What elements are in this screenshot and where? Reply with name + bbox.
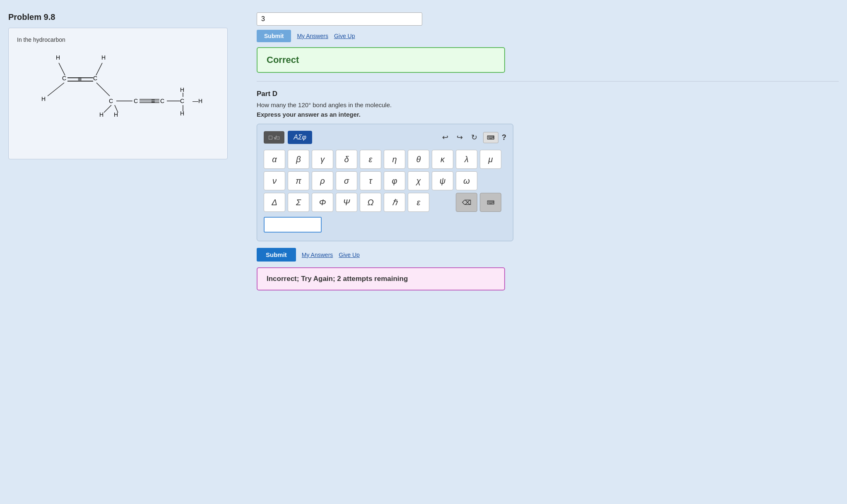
math-toolbar: □ √□ ΑΣφ ↩ ↪ ↻ ⌨ — [264, 131, 506, 144]
part-d-controls: Submit My Answers Give Up — [257, 248, 839, 262]
svg-text:H: H — [101, 54, 106, 61]
key-nu[interactable]: ν — [264, 171, 285, 190]
help-button[interactable]: ? — [502, 133, 506, 142]
svg-text:H: H — [41, 96, 46, 102]
key-epsilon[interactable]: ε — [360, 150, 381, 169]
incorrect-text: Incorrect; Try Again; 2 attempts remaini… — [267, 275, 408, 283]
svg-text:C: C — [109, 98, 113, 104]
greek-mode-button[interactable]: ΑΣφ — [288, 131, 312, 144]
key-hbar[interactable]: ℏ — [384, 193, 405, 212]
key-omega[interactable]: ω — [456, 171, 477, 190]
svg-text:H: H — [180, 110, 184, 117]
redo-icon: ↪ — [457, 133, 463, 142]
svg-text:H: H — [99, 111, 103, 118]
svg-line-10 — [96, 83, 110, 96]
molecule-label: In the hydrocarbon — [17, 36, 219, 43]
part-d-my-answers-link[interactable]: My Answers — [302, 252, 333, 258]
correct-box: Correct — [257, 47, 505, 73]
greek-keyboard: α β γ δ ε η θ κ λ μ ν π — [264, 150, 506, 212]
part-d-question: How many the 120° bond angles in the mol… — [257, 101, 839, 108]
keyboard-button[interactable]: ⌨ — [483, 132, 498, 143]
key-Delta[interactable]: Δ — [264, 193, 285, 212]
svg-text:H: H — [180, 86, 184, 93]
prev-answer-input[interactable] — [257, 12, 422, 26]
section-divider — [257, 81, 839, 82]
svg-text:—H: —H — [192, 98, 202, 104]
undo-button[interactable]: ↩ — [440, 131, 451, 144]
key-gamma[interactable]: γ — [312, 150, 333, 169]
key-Phi[interactable]: Φ — [312, 193, 333, 212]
math-mode-sqrt: √□ — [274, 135, 279, 141]
key-kappa[interactable]: κ — [432, 150, 453, 169]
problem-title: Problem 9.8 — [8, 12, 240, 22]
prev-my-answers-link[interactable]: My Answers — [297, 33, 328, 39]
prev-answer-area: Submit My Answers Give Up Correct — [257, 12, 839, 73]
keyboard-toggle-key[interactable]: ⌨ — [480, 193, 501, 212]
key-sigma[interactable]: σ — [336, 171, 357, 190]
svg-line-14 — [104, 105, 111, 113]
keyboard-icon: ⌨ — [487, 134, 495, 141]
svg-text:C: C — [93, 75, 97, 82]
key-lambda[interactable]: λ — [456, 150, 477, 169]
key-rho[interactable]: ρ — [312, 171, 333, 190]
key-alpha[interactable]: α — [264, 150, 285, 169]
svg-text:=: = — [78, 76, 82, 83]
refresh-icon: ↻ — [471, 133, 477, 142]
part-d-instruction: Express your answer as an integer. — [257, 111, 839, 118]
key-mu[interactable]: μ — [480, 150, 501, 169]
part-d-give-up[interactable]: Give Up — [339, 252, 360, 258]
undo-icon: ↩ — [442, 133, 448, 142]
key-eta[interactable]: η — [384, 150, 405, 169]
key-pi[interactable]: π — [288, 171, 309, 190]
key-beta[interactable]: β — [288, 150, 309, 169]
part-d-answer-input[interactable] — [264, 217, 322, 233]
key-chi[interactable]: χ — [408, 171, 429, 190]
prev-submit-button[interactable]: Submit — [257, 30, 291, 42]
svg-text:C: C — [134, 98, 138, 104]
key-Sigma[interactable]: Σ — [288, 193, 309, 212]
svg-text:≡: ≡ — [151, 97, 155, 104]
math-mode-button[interactable]: □ √□ — [264, 131, 284, 144]
prev-give-up-text[interactable]: Give Up — [334, 33, 355, 39]
key-tau[interactable]: τ — [360, 171, 381, 190]
svg-line-9 — [48, 83, 64, 96]
part-d-label: Part D — [257, 90, 839, 98]
molecule-box: In the hydrocarbon H H C C H — [8, 28, 228, 159]
key-theta[interactable]: θ — [408, 150, 429, 169]
key-varepsilon[interactable]: ε — [408, 193, 429, 212]
svg-text:H: H — [56, 54, 60, 61]
key-psi[interactable]: ψ — [432, 171, 453, 190]
part-d-section: Part D How many the 120° bond angles in … — [257, 90, 839, 290]
redo-button[interactable]: ↪ — [454, 131, 465, 144]
math-mode-icon: □ — [269, 134, 272, 141]
svg-text:C: C — [180, 98, 184, 104]
molecule-diagram: H H C C H C H — [19, 47, 217, 146]
key-phi[interactable]: φ — [384, 171, 405, 190]
key-Psi[interactable]: Ψ — [336, 193, 357, 212]
key-Omega[interactable]: Ω — [360, 193, 381, 212]
svg-text:H: H — [114, 111, 118, 118]
delete-key[interactable]: ⌫ — [456, 193, 477, 212]
greek-row-1: α β γ δ ε η θ κ λ μ — [264, 150, 506, 169]
svg-text:C: C — [160, 98, 164, 104]
svg-line-6 — [59, 63, 65, 75]
svg-line-7 — [96, 63, 102, 75]
part-d-submit-button[interactable]: Submit — [257, 248, 296, 262]
math-input-container: □ √□ ΑΣφ ↩ ↪ ↻ ⌨ — [257, 124, 513, 241]
greek-row-2: ν π ρ σ τ φ χ ψ ω — [264, 171, 506, 190]
correct-text: Correct — [267, 55, 299, 65]
greek-row-3: Δ Σ Φ Ψ Ω ℏ ε ⌫ ⌨ — [264, 193, 506, 212]
incorrect-box: Incorrect; Try Again; 2 attempts remaini… — [257, 267, 505, 290]
key-delta[interactable]: δ — [336, 150, 357, 169]
refresh-button[interactable]: ↻ — [469, 131, 480, 144]
prev-controls: Submit My Answers Give Up — [257, 30, 839, 42]
svg-text:C: C — [62, 75, 66, 82]
